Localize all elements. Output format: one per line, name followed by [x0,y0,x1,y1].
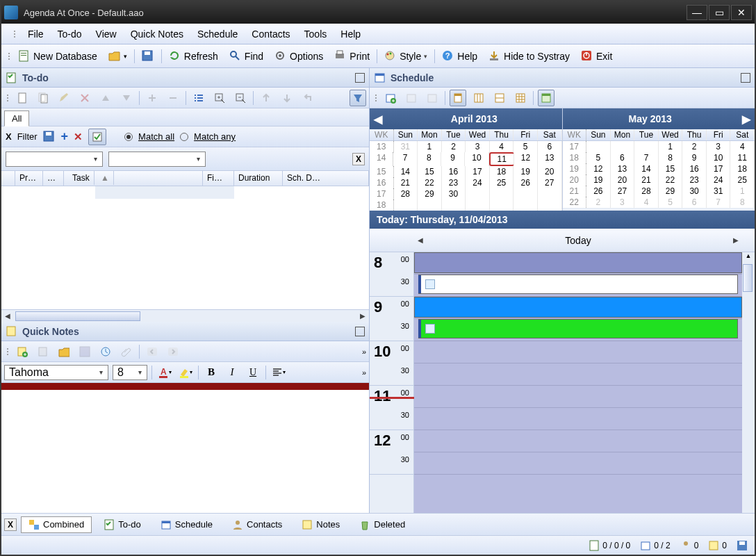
filter-value-combo[interactable]: ▾ [108,152,206,167]
menu-help[interactable]: Help [334,26,368,42]
calendar-day[interactable] [394,199,418,211]
filter-field-combo[interactable]: ▾ [6,152,103,167]
view-day-button[interactable] [450,90,466,106]
close-tab-button[interactable]: X [4,518,17,531]
underline-button[interactable]: U [245,364,261,381]
calendar-day[interactable]: 15 [418,166,442,177]
calendar-day[interactable]: 11 [489,152,514,166]
calendar-day[interactable] [586,141,611,152]
calendar-day[interactable]: 27 [538,177,562,188]
calendar-day[interactable]: 10 [465,152,488,166]
maximize-panel-button[interactable] [741,73,750,83]
calendar-day[interactable] [490,188,514,199]
calendar-day[interactable]: 18 [730,163,755,174]
col-misc[interactable]: … [43,171,64,186]
calendar-day[interactable] [634,141,659,152]
calendar-day[interactable] [611,141,635,152]
calendar-day[interactable] [513,199,538,211]
new-note-button[interactable] [14,343,31,360]
calendar-day[interactable]: 2 [442,141,466,152]
calendar-day[interactable]: 7 [634,152,659,163]
calendar-day[interactable] [538,199,562,211]
minimize-button[interactable]: — [687,5,707,20]
list-button[interactable] [190,90,207,106]
arrow-down-button[interactable] [279,90,295,106]
calendar-day[interactable]: 1 [659,141,683,152]
view-month-button[interactable] [512,90,529,106]
calendar-day[interactable]: 19 [586,174,611,186]
calendar-day[interactable] [538,188,562,199]
calendar-day[interactable]: 4 [490,141,514,152]
delete-event-button[interactable] [424,90,441,106]
calendar-day[interactable]: 6 [538,141,562,152]
new-database-button[interactable]: New Database [14,48,101,65]
calendar-day[interactable]: 15 [659,163,683,174]
calendar-day[interactable]: 19 [513,166,538,177]
more-button[interactable]: » [362,348,366,356]
menu-todo[interactable]: To-do [51,26,89,42]
prev-month-button[interactable]: ◀ [370,113,386,126]
calendar-day[interactable]: 30 [682,186,707,197]
maximize-panel-button[interactable] [355,327,365,336]
new-subtask-button[interactable] [35,90,51,106]
calendar-day[interactable]: 12 [514,152,538,166]
tab-schedule[interactable]: Schedule [153,516,220,533]
timestamp-button[interactable] [97,343,114,360]
calendar-day[interactable]: 9 [441,152,465,166]
move-up-button[interactable] [97,90,114,106]
today-date-bar[interactable]: Today: Thursday, 11/04/2013 [370,211,755,229]
calendar-day[interactable]: 12 [586,163,611,174]
save-button[interactable] [138,48,158,65]
calendar-day[interactable]: 28 [634,186,659,197]
calendar-day[interactable]: 5 [586,152,611,163]
calendar-day[interactable]: 27 [611,186,635,197]
calendar-day[interactable]: 7 [707,197,731,208]
hide-systray-button[interactable]: Hide to Systray [484,48,574,65]
col-duration[interactable]: Duration [234,171,283,186]
calendar-day[interactable]: 31 [707,186,731,197]
status-save[interactable] [737,540,748,551]
delete-note-button[interactable] [35,343,51,360]
calendar-day[interactable]: 23 [442,177,466,188]
event-block-2[interactable] [418,275,738,294]
calendar-day[interactable]: 13 [611,163,635,174]
nav-back-button[interactable] [144,343,161,360]
italic-button[interactable]: I [224,364,240,381]
calendar-day[interactable]: 21 [394,177,418,188]
calendar-day[interactable]: 8 [418,152,441,166]
new-event-button[interactable] [382,90,399,106]
calendar-day[interactable]: 5 [513,141,538,152]
help-button[interactable]: ? Help [438,48,482,65]
calendar-day[interactable] [513,188,538,199]
close-filter-button[interactable]: X [352,153,365,165]
event-block-1[interactable] [414,252,742,273]
save-note-button[interactable] [76,343,93,360]
calendar-day[interactable]: 31 [394,141,418,152]
expand-button[interactable] [211,90,228,106]
refresh-button[interactable]: Refresh [165,48,222,65]
tab-contacts[interactable]: Contacts [224,516,290,533]
col-schdate[interactable]: Sch. D… [283,171,369,186]
col-task[interactable]: Task ▲ [64,171,203,186]
calendar-day[interactable]: 18 [490,166,514,177]
find-button[interactable]: Find [225,48,268,65]
calendar-day[interactable]: 17 [466,166,490,177]
tab-deleted[interactable]: Deleted [352,516,413,533]
edit-event-button[interactable] [403,90,420,106]
calendar-day[interactable]: 11 [730,152,755,163]
plus-button[interactable] [144,90,161,106]
add-filter-button[interactable]: + [61,129,69,144]
maximize-button[interactable]: ▭ [709,5,730,20]
menu-quicknotes[interactable]: Quick Notes [124,26,190,42]
edit-button[interactable] [56,90,72,106]
calendar-day[interactable] [442,199,466,211]
view-workweek-button[interactable] [470,90,487,106]
calendar-day[interactable]: 14 [394,166,418,177]
calendar-day[interactable]: 3 [707,141,731,152]
match-all-radio[interactable] [124,133,133,141]
open-button[interactable]: ▾ [104,48,131,65]
calendar-day[interactable]: 14 [634,163,659,174]
options-button[interactable]: Options [270,48,327,65]
view-week-button[interactable] [491,90,508,106]
calendar-day[interactable]: 2 [682,141,707,152]
